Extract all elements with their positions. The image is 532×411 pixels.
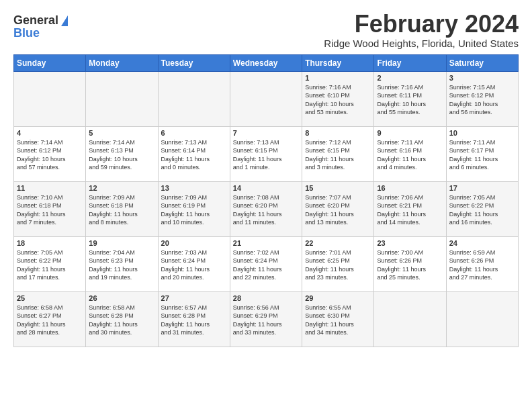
- day-info: Sunrise: 7:01 AM Sunset: 6:25 PM Dayligh…: [305, 248, 371, 282]
- day-number: 3: [449, 74, 515, 82]
- day-info: Sunrise: 7:09 AM Sunset: 6:18 PM Dayligh…: [89, 193, 154, 227]
- day-info: Sunrise: 7:14 AM Sunset: 6:13 PM Dayligh…: [89, 138, 154, 172]
- day-info: Sunrise: 7:13 AM Sunset: 6:15 PM Dayligh…: [233, 138, 299, 172]
- day-info: Sunrise: 6:56 AM Sunset: 6:29 PM Dayligh…: [233, 304, 299, 337]
- calendar-week-1: 1Sunrise: 7:16 AM Sunset: 6:10 PM Daylig…: [14, 71, 519, 126]
- day-number: 6: [161, 129, 227, 137]
- logo-blue-text: Blue: [13, 26, 40, 40]
- day-number: 9: [377, 129, 443, 137]
- calendar-cell: 5Sunrise: 7:14 AM Sunset: 6:13 PM Daylig…: [86, 126, 158, 181]
- day-info: Sunrise: 7:16 AM Sunset: 6:11 PM Dayligh…: [377, 83, 443, 117]
- logo: General Blue: [13, 13, 68, 40]
- logo-triangle-icon: [61, 15, 68, 26]
- day-number: 11: [17, 184, 83, 192]
- weekday-header-tuesday: Tuesday: [158, 54, 230, 71]
- calendar-week-5: 25Sunrise: 6:58 AM Sunset: 6:27 PM Dayli…: [14, 291, 519, 347]
- day-number: 26: [89, 294, 154, 302]
- calendar-cell: 1Sunrise: 7:16 AM Sunset: 6:10 PM Daylig…: [302, 71, 374, 126]
- logo-general-text: General: [13, 13, 58, 28]
- day-info: Sunrise: 7:16 AM Sunset: 6:10 PM Dayligh…: [305, 83, 371, 117]
- location-title: Ridge Wood Heights, Florida, United Stat…: [324, 38, 519, 49]
- day-info: Sunrise: 7:09 AM Sunset: 6:19 PM Dayligh…: [161, 193, 227, 227]
- day-info: Sunrise: 7:05 AM Sunset: 6:22 PM Dayligh…: [17, 248, 83, 282]
- calendar-cell: [374, 291, 446, 347]
- day-info: Sunrise: 7:05 AM Sunset: 6:22 PM Dayligh…: [449, 193, 515, 227]
- day-number: 28: [233, 294, 299, 302]
- day-number: 27: [161, 294, 227, 302]
- day-info: Sunrise: 7:08 AM Sunset: 6:20 PM Dayligh…: [233, 193, 299, 227]
- day-number: 7: [233, 129, 299, 137]
- calendar-cell: 26Sunrise: 6:58 AM Sunset: 6:28 PM Dayli…: [86, 291, 158, 347]
- day-info: Sunrise: 7:02 AM Sunset: 6:24 PM Dayligh…: [233, 248, 299, 282]
- calendar-cell: 4Sunrise: 7:14 AM Sunset: 6:12 PM Daylig…: [14, 126, 86, 181]
- calendar-cell: 16Sunrise: 7:06 AM Sunset: 6:21 PM Dayli…: [374, 181, 446, 236]
- day-number: 12: [89, 184, 154, 192]
- weekday-header-sunday: Sunday: [14, 54, 86, 71]
- day-number: 13: [161, 184, 227, 192]
- weekday-header-thursday: Thursday: [302, 54, 374, 71]
- calendar-cell: 3Sunrise: 7:15 AM Sunset: 6:12 PM Daylig…: [446, 71, 518, 126]
- title-block: February 2024 Ridge Wood Heights, Florid…: [324, 11, 519, 49]
- day-number: 22: [305, 239, 371, 247]
- calendar-cell: 23Sunrise: 7:00 AM Sunset: 6:26 PM Dayli…: [374, 236, 446, 291]
- day-number: 8: [305, 129, 371, 137]
- calendar-cell: 25Sunrise: 6:58 AM Sunset: 6:27 PM Dayli…: [14, 291, 86, 347]
- day-number: 29: [305, 294, 371, 302]
- calendar-cell: 15Sunrise: 7:07 AM Sunset: 6:20 PM Dayli…: [302, 181, 374, 236]
- calendar-cell: 13Sunrise: 7:09 AM Sunset: 6:19 PM Dayli…: [158, 181, 230, 236]
- day-number: 23: [377, 239, 443, 247]
- day-number: 17: [449, 184, 515, 192]
- day-info: Sunrise: 6:58 AM Sunset: 6:28 PM Dayligh…: [89, 304, 154, 337]
- weekday-header-monday: Monday: [86, 54, 158, 71]
- calendar-table: SundayMondayTuesdayWednesdayThursdayFrid…: [13, 54, 519, 347]
- weekday-header-row: SundayMondayTuesdayWednesdayThursdayFrid…: [14, 54, 519, 71]
- calendar-cell: 7Sunrise: 7:13 AM Sunset: 6:15 PM Daylig…: [230, 126, 302, 181]
- calendar-cell: 24Sunrise: 6:59 AM Sunset: 6:26 PM Dayli…: [446, 236, 518, 291]
- day-number: 4: [17, 129, 83, 137]
- calendar-week-3: 11Sunrise: 7:10 AM Sunset: 6:18 PM Dayli…: [14, 181, 519, 236]
- day-info: Sunrise: 6:57 AM Sunset: 6:28 PM Dayligh…: [161, 304, 227, 337]
- calendar-body: 1Sunrise: 7:16 AM Sunset: 6:10 PM Daylig…: [14, 71, 519, 347]
- day-number: 5: [89, 129, 154, 137]
- day-info: Sunrise: 6:58 AM Sunset: 6:27 PM Dayligh…: [17, 304, 83, 337]
- day-info: Sunrise: 6:59 AM Sunset: 6:26 PM Dayligh…: [449, 248, 515, 282]
- day-number: 14: [233, 184, 299, 192]
- calendar-week-4: 18Sunrise: 7:05 AM Sunset: 6:22 PM Dayli…: [14, 236, 519, 291]
- calendar-cell: 9Sunrise: 7:11 AM Sunset: 6:16 PM Daylig…: [374, 126, 446, 181]
- day-info: Sunrise: 7:15 AM Sunset: 6:12 PM Dayligh…: [449, 83, 515, 117]
- calendar-cell: 6Sunrise: 7:13 AM Sunset: 6:14 PM Daylig…: [158, 126, 230, 181]
- day-number: 10: [449, 129, 515, 137]
- weekday-header-saturday: Saturday: [446, 54, 518, 71]
- calendar-cell: 29Sunrise: 6:55 AM Sunset: 6:30 PM Dayli…: [302, 291, 374, 347]
- day-number: 24: [449, 239, 515, 247]
- weekday-header-wednesday: Wednesday: [230, 54, 302, 71]
- weekday-header-friday: Friday: [374, 54, 446, 71]
- calendar-cell: [14, 71, 86, 126]
- calendar-cell: 17Sunrise: 7:05 AM Sunset: 6:22 PM Dayli…: [446, 181, 518, 236]
- calendar-cell: 22Sunrise: 7:01 AM Sunset: 6:25 PM Dayli…: [302, 236, 374, 291]
- day-info: Sunrise: 7:06 AM Sunset: 6:21 PM Dayligh…: [377, 193, 443, 227]
- day-info: Sunrise: 7:10 AM Sunset: 6:18 PM Dayligh…: [17, 193, 83, 227]
- month-title: February 2024: [324, 11, 519, 38]
- calendar-cell: 12Sunrise: 7:09 AM Sunset: 6:18 PM Dayli…: [86, 181, 158, 236]
- day-number: 19: [89, 239, 154, 247]
- calendar-cell: 10Sunrise: 7:11 AM Sunset: 6:17 PM Dayli…: [446, 126, 518, 181]
- day-number: 21: [233, 239, 299, 247]
- calendar-cell: [158, 71, 230, 126]
- day-info: Sunrise: 7:13 AM Sunset: 6:14 PM Dayligh…: [161, 138, 227, 172]
- day-number: 25: [17, 294, 83, 302]
- day-number: 20: [161, 239, 227, 247]
- day-number: 16: [377, 184, 443, 192]
- day-number: 1: [305, 74, 371, 82]
- calendar-cell: 19Sunrise: 7:04 AM Sunset: 6:23 PM Dayli…: [86, 236, 158, 291]
- calendar-week-2: 4Sunrise: 7:14 AM Sunset: 6:12 PM Daylig…: [14, 126, 519, 181]
- calendar-cell: 18Sunrise: 7:05 AM Sunset: 6:22 PM Dayli…: [14, 236, 86, 291]
- calendar-cell: 8Sunrise: 7:12 AM Sunset: 6:15 PM Daylig…: [302, 126, 374, 181]
- day-info: Sunrise: 7:07 AM Sunset: 6:20 PM Dayligh…: [305, 193, 371, 227]
- day-info: Sunrise: 7:00 AM Sunset: 6:26 PM Dayligh…: [377, 248, 443, 282]
- calendar-cell: [446, 291, 518, 347]
- day-number: 2: [377, 74, 443, 82]
- calendar-cell: 21Sunrise: 7:02 AM Sunset: 6:24 PM Dayli…: [230, 236, 302, 291]
- day-info: Sunrise: 7:11 AM Sunset: 6:16 PM Dayligh…: [377, 138, 443, 172]
- day-number: 18: [17, 239, 83, 247]
